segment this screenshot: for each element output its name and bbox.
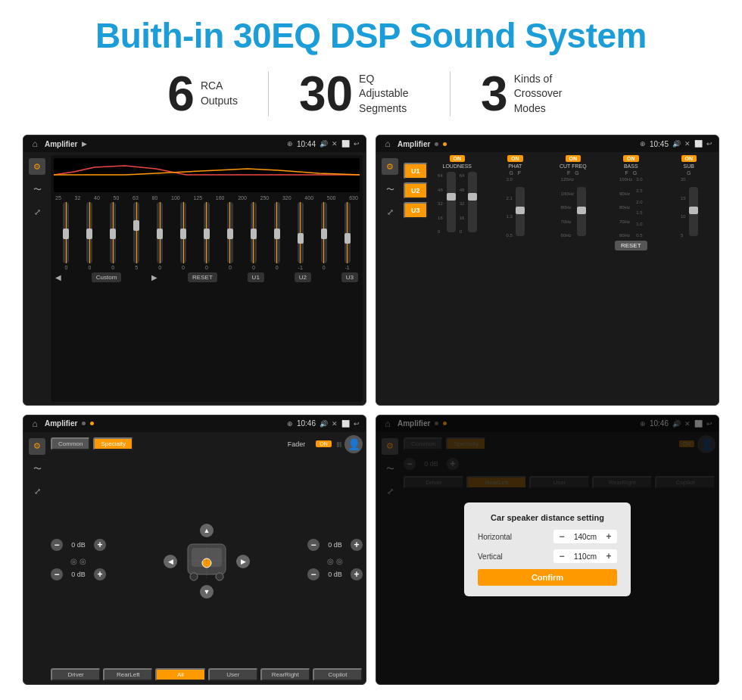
slider-12[interactable]: 0	[313, 202, 335, 270]
fader-on[interactable]: ON	[316, 440, 332, 447]
expand-icon-2[interactable]: ⤢	[382, 204, 398, 220]
vol-rl-value: 0 dB	[65, 571, 92, 578]
phat-on[interactable]: ON	[507, 155, 523, 162]
screen1-title: Amplifier	[45, 140, 77, 148]
window-icon-2[interactable]: ⬜	[694, 140, 703, 148]
slider-1[interactable]: 0	[55, 202, 77, 270]
vertical-minus[interactable]: −	[556, 551, 567, 562]
up-arrow[interactable]: ▲	[200, 524, 214, 537]
cutfreq-group: ON CUT FREQ FG 125Hz100Hz80Hz70Hz60Hz	[547, 155, 600, 402]
volume-icon-2[interactable]: 🔊	[672, 140, 681, 148]
vol-fr-plus[interactable]: +	[351, 539, 363, 551]
status-dot-3b	[90, 422, 94, 425]
volume-icon-3[interactable]: 🔊	[320, 420, 328, 428]
vol-rl-minus[interactable]: −	[51, 568, 63, 580]
side-icons-2: ⚙ 〜 ⤢	[379, 155, 401, 402]
feature-text-rca: RCAOutputs	[201, 79, 238, 108]
vol-fl-plus[interactable]: +	[94, 539, 106, 551]
phat-slider[interactable]	[516, 187, 525, 236]
right-arrow[interactable]: ▶	[236, 555, 250, 568]
driver-btn[interactable]: Driver	[51, 668, 101, 681]
cutfreq-slider[interactable]	[577, 187, 586, 236]
cutfreq-on[interactable]: ON	[566, 155, 581, 162]
common-tab-3[interactable]: Common	[51, 437, 90, 450]
window-icon-3[interactable]: ⬜	[341, 420, 350, 428]
vol-rl-plus[interactable]: +	[94, 568, 106, 580]
phat-label: PHAT	[508, 163, 522, 169]
u3-btn-1[interactable]: U3	[341, 272, 358, 282]
slider-5[interactable]: 0	[149, 202, 171, 270]
u2-btn-1[interactable]: U2	[295, 272, 311, 282]
slider-9[interactable]: 0	[242, 202, 264, 270]
all-btn[interactable]: All	[155, 668, 205, 681]
loudness-on[interactable]: ON	[450, 155, 466, 162]
confirm-button[interactable]: Confirm	[478, 569, 617, 586]
screen1-time: 10:44	[297, 140, 316, 148]
slider-3[interactable]: 0	[102, 202, 124, 270]
wave-icon-3[interactable]: 〜	[29, 461, 45, 478]
slider-7[interactable]: 0	[196, 202, 218, 270]
loudness-slider2[interactable]	[468, 172, 477, 232]
u3-btn[interactable]: U3	[404, 202, 428, 219]
vol-rr-plus[interactable]: +	[351, 568, 363, 580]
slider-10[interactable]: 0	[266, 202, 288, 270]
specialty-tab-3[interactable]: Specialty	[93, 437, 132, 450]
feature-text-crossover: Kinds ofCrossover Modes	[514, 72, 575, 117]
slider-2[interactable]: 0	[79, 202, 101, 270]
home-icon-2[interactable]: ⌂	[382, 138, 393, 149]
copilot-btn[interactable]: Copilot	[313, 668, 363, 681]
horizontal-plus[interactable]: +	[603, 531, 614, 542]
vol-fr-minus[interactable]: −	[307, 539, 320, 551]
expand-icon-3[interactable]: ⤢	[29, 484, 45, 500]
back-icon-2[interactable]: ↩	[706, 140, 712, 148]
user-btn[interactable]: User	[208, 668, 258, 681]
slider-11[interactable]: -1	[289, 202, 311, 270]
down-arrow[interactable]: ▼	[200, 585, 214, 599]
slider-6[interactable]: 0	[173, 202, 195, 270]
next-icon[interactable]: ▶	[151, 273, 157, 282]
prev-icon[interactable]: ◀	[55, 273, 61, 282]
eq-icon-3[interactable]: ⚙	[29, 438, 45, 455]
close-icon-3[interactable]: ✕	[332, 420, 338, 428]
screen-fader: ⌂ Amplifier ⊕ 10:46 🔊 ✕ ⬜ ↩ ⚙ 〜	[23, 415, 366, 686]
person-icon[interactable]: 👤	[344, 435, 363, 453]
vol-fl-minus[interactable]: −	[51, 539, 63, 551]
expand-icon-1[interactable]: ⤢	[29, 204, 45, 220]
reset-btn-2[interactable]: RESET	[615, 241, 647, 250]
wave-icon-2[interactable]: 〜	[382, 181, 398, 198]
close-icon-2[interactable]: ✕	[684, 140, 691, 148]
back-icon-1[interactable]: ↩	[354, 140, 360, 148]
wave-icon-1[interactable]: 〜	[29, 181, 45, 198]
sub-on[interactable]: ON	[681, 155, 697, 162]
rearright-btn[interactable]: RearRight	[260, 668, 310, 681]
side-icons-1: ⚙ 〜 ⤢	[26, 155, 48, 402]
reset-btn-1[interactable]: RESET	[188, 272, 217, 282]
home-icon-1[interactable]: ⌂	[30, 138, 40, 149]
vertical-plus[interactable]: +	[603, 551, 614, 562]
dialog-overlay: Car speaker distance setting Horizontal …	[376, 415, 719, 685]
u1-btn-1[interactable]: U1	[248, 272, 264, 282]
u2-btn[interactable]: U2	[404, 182, 428, 199]
back-icon-3[interactable]: ↩	[354, 420, 360, 428]
bass-on[interactable]: ON	[623, 155, 639, 162]
sub-slider[interactable]	[689, 187, 698, 236]
eq-icon-2[interactable]: ⚙	[382, 158, 398, 175]
play-btn[interactable]: ▶	[82, 140, 87, 148]
loudness-label: LOUDNESS	[443, 163, 472, 169]
eq-icon-1[interactable]: ⚙	[29, 158, 45, 175]
volume-icon-1[interactable]: 🔊	[320, 140, 328, 148]
slider-13[interactable]: -1	[336, 202, 358, 270]
u1-btn[interactable]: U1	[404, 163, 428, 179]
vol-fr-value: 0 dB	[322, 541, 348, 549]
window-icon-1[interactable]: ⬜	[341, 140, 350, 148]
vol-rr-minus[interactable]: −	[307, 568, 320, 580]
left-arrow[interactable]: ◀	[164, 555, 177, 568]
horizontal-minus[interactable]: −	[556, 531, 567, 542]
eq-bottom-bar: ◀ Custom ▶ RESET U1 U2 U3	[54, 270, 360, 283]
rearleft-btn[interactable]: RearLeft	[103, 668, 153, 681]
home-icon-3[interactable]: ⌂	[30, 418, 40, 429]
close-icon-1[interactable]: ✕	[332, 140, 338, 148]
loudness-slider[interactable]	[447, 172, 456, 232]
slider-4[interactable]: 5	[126, 202, 148, 270]
slider-8[interactable]: 0	[219, 202, 241, 270]
